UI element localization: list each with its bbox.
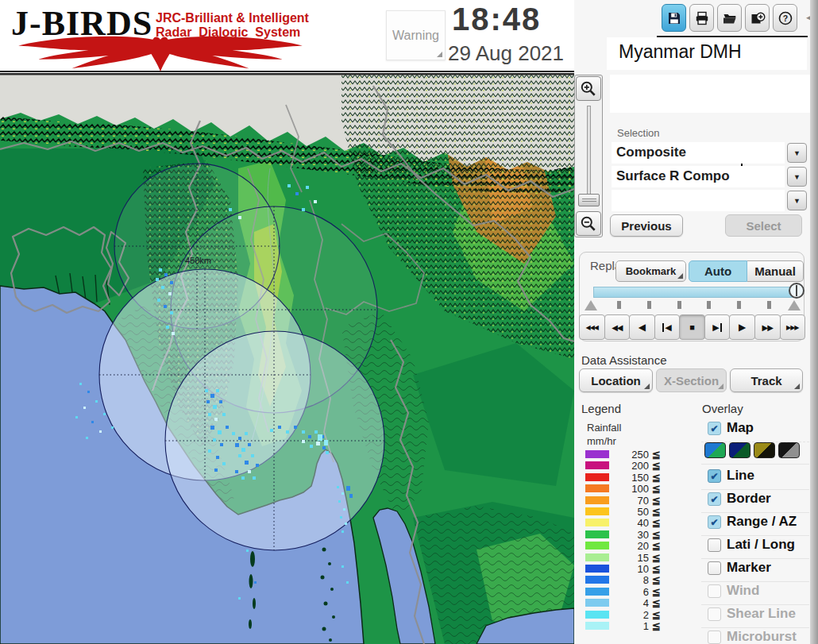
jbirds-app: 450km (0, 0, 818, 644)
legend-row: 15≦ (585, 553, 689, 564)
legend-color-swatch (585, 542, 609, 550)
play-button[interactable]: ▶ (729, 314, 755, 340)
help-button[interactable]: ? (773, 4, 797, 32)
legend-color-swatch (585, 553, 609, 561)
checkbox-map[interactable]: ✔ (708, 422, 721, 435)
location-button[interactable]: Location (579, 368, 653, 392)
lte-symbol: ≦ (652, 620, 661, 632)
overlay-item-label: Line (727, 468, 754, 484)
product-list-box[interactable] (610, 75, 810, 113)
replay-slider-track[interactable] (593, 287, 799, 298)
reverse-play-button[interactable]: ◀ (629, 314, 655, 340)
overlay-row-range-az: ✔Range / AZ (701, 513, 809, 536)
slider-tick (737, 301, 741, 309)
overlay-item-label: Map (727, 420, 754, 436)
legend-color-swatch (585, 461, 609, 469)
legend-value: 4 (614, 597, 649, 609)
auto-button[interactable]: Auto (689, 260, 747, 282)
legend-value: 40 (614, 517, 649, 529)
replay-slider-handle[interactable] (789, 283, 804, 299)
checkbox-marker[interactable] (708, 561, 721, 575)
zoom-out-icon (580, 215, 597, 233)
legend-color-swatch (585, 611, 609, 619)
legend-color-swatch (585, 450, 609, 458)
lte-symbol: ≦ (652, 460, 661, 472)
dropdown-value[interactable]: Composite (612, 142, 785, 164)
map-style-swatch-4[interactable] (778, 442, 800, 458)
legend-label: Legend (581, 402, 621, 415)
step-first-button[interactable]: ◀ (654, 314, 681, 340)
legend-color-swatch (585, 519, 609, 526)
dropdown-value[interactable]: Surface R Compo (612, 166, 785, 187)
legend-row: 250≦ (585, 449, 689, 461)
slider-tick (767, 301, 771, 309)
chevron-down-icon[interactable]: ▼ (787, 167, 807, 187)
corner-resize-icon (794, 384, 800, 389)
map-zoom-strip (574, 75, 603, 237)
checkbox-wind (708, 584, 721, 598)
logo: J-BIRDS JRC-Brilliant & IntelligentRadar… (8, 2, 341, 71)
zoom-slider-handle[interactable] (578, 194, 600, 206)
zoom-out-button[interactable] (576, 211, 601, 236)
legend-row: 150≦ (585, 472, 689, 484)
data-assistance-label: Data Assistance (581, 353, 667, 367)
legend-row: 1≦ (585, 621, 689, 632)
step-last-button[interactable]: ▶ (704, 314, 731, 340)
track-button[interactable]: Track (730, 368, 803, 392)
legend-row: 70≦ (585, 496, 689, 507)
slider-tick (617, 301, 621, 309)
radar-map[interactable]: 450km (0, 73, 574, 644)
bookmark-button[interactable]: Bookmark (615, 260, 686, 282)
overlay-item-label: Microburst (727, 629, 797, 644)
map-style-swatch-3[interactable] (754, 442, 775, 458)
forward-button[interactable]: ▶▶ (754, 314, 781, 340)
legend-value: 100 (614, 483, 649, 495)
checkbox-line[interactable]: ✔ (708, 469, 721, 483)
print-icon (694, 10, 710, 26)
chevron-down-icon[interactable]: ▼ (787, 191, 807, 210)
slider-end-marker[interactable] (788, 300, 801, 310)
legend-color-swatch (585, 599, 609, 607)
dropdown-value[interactable] (612, 190, 785, 211)
overlay-row-map: ✔Map (701, 419, 809, 442)
legend-row: 100≦ (585, 484, 689, 495)
manual-button[interactable]: Manual (747, 260, 804, 282)
fast-forward-button[interactable]: ▶▶▶ (780, 314, 806, 340)
stop-button[interactable]: ■ (679, 314, 705, 340)
map-style-swatch-2[interactable] (729, 442, 750, 458)
add-image-icon (750, 10, 766, 26)
save-button[interactable] (662, 4, 686, 32)
lte-symbol: ≦ (652, 517, 661, 529)
open-folder-button[interactable] (717, 4, 742, 32)
fast-rewind-button[interactable]: ◀◀◀ (579, 314, 605, 340)
select-button[interactable]: Select (725, 214, 802, 237)
corner-resize-icon (644, 384, 650, 389)
legend-row: 200≦ (585, 461, 689, 472)
previous-button[interactable]: Previous (610, 214, 683, 237)
x-section-button[interactable]: X-Section (656, 368, 727, 392)
lte-symbol: ≦ (652, 574, 661, 586)
chevron-down-icon[interactable]: ▼ (787, 143, 807, 163)
checkbox-lati-long[interactable] (708, 538, 721, 552)
legend-row: 50≦ (585, 507, 689, 518)
overlay-row-marker: Marker (701, 559, 809, 582)
map-style-swatch-1[interactable] (704, 442, 726, 458)
add-image-button[interactable] (745, 4, 770, 32)
legend-color-swatch (585, 507, 609, 515)
slider-tick (677, 301, 681, 309)
lte-symbol: ≦ (652, 529, 661, 541)
lte-symbol: ≦ (652, 472, 661, 484)
zoom-slider-track[interactable] (587, 106, 591, 195)
overlay-row-shear-line: Shear Line (701, 605, 809, 628)
zoom-in-button[interactable] (576, 76, 601, 101)
warning-button[interactable]: Warning (386, 10, 446, 60)
legend-row: 10≦ (585, 564, 689, 575)
print-button[interactable] (689, 4, 714, 32)
slider-start-marker[interactable] (585, 300, 597, 310)
rewind-button[interactable]: ◀◀ (604, 314, 631, 340)
lte-symbol: ≦ (652, 563, 661, 575)
selection-dropdown-2: ▼ (612, 190, 810, 211)
toolbar: ? (662, 4, 797, 33)
checkbox-range-az[interactable]: ✔ (708, 515, 721, 529)
checkbox-border[interactable]: ✔ (708, 492, 721, 506)
